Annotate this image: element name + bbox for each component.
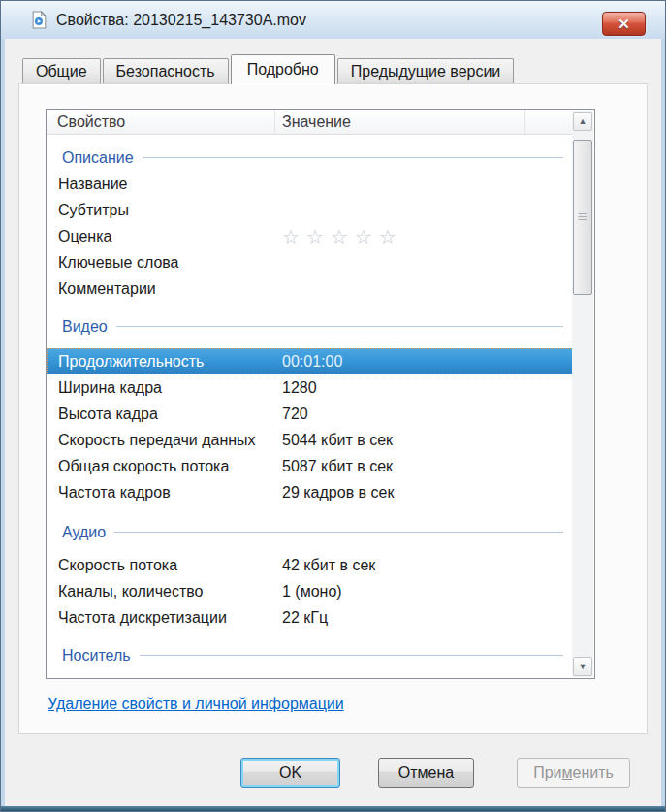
dialog-body: Общие Безопасность Подробно Предыдущие в… bbox=[5, 39, 661, 806]
details-panel: Свойство Значение Описание Название Субт… bbox=[18, 83, 648, 734]
tab-bar: Общие Безопасность Подробно Предыдущие в… bbox=[22, 54, 516, 83]
properties-list: Свойство Значение Описание Название Субт… bbox=[46, 109, 595, 679]
scroll-thumb-grip bbox=[579, 213, 587, 221]
scroll-down-button[interactable]: ▼ bbox=[573, 657, 592, 676]
cancel-button[interactable]: Отмена bbox=[378, 758, 474, 788]
row-frame-height[interactable]: Высота кадра 720 bbox=[47, 401, 573, 427]
section-divider bbox=[140, 655, 563, 656]
window-title: Свойства: 20130215_143730A.mov bbox=[56, 12, 306, 29]
row-frame-rate[interactable]: Частота кадров 29 кадров в сек bbox=[47, 479, 573, 505]
row-sample-rate[interactable]: Частота дискретизации 22 кГц bbox=[47, 604, 573, 631]
star-icon[interactable]: ☆ bbox=[331, 227, 348, 246]
tab-general[interactable]: Общие bbox=[22, 58, 101, 83]
column-header-value[interactable]: Значение bbox=[275, 110, 525, 134]
section-divider bbox=[116, 326, 563, 327]
row-total-bitrate[interactable]: Общая скорость потока 5087 кбит в сек bbox=[47, 453, 573, 479]
column-header-property[interactable]: Свойство bbox=[47, 110, 275, 134]
row-audio-bitrate[interactable]: Скорость потока 42 кбит в сек bbox=[47, 552, 573, 578]
star-icon[interactable]: ☆ bbox=[306, 227, 324, 246]
star-icon[interactable]: ☆ bbox=[379, 227, 396, 246]
row-duration[interactable]: Продолжительность 00:01:00 bbox=[47, 348, 573, 374]
file-icon bbox=[30, 11, 48, 29]
column-header-filler bbox=[525, 110, 573, 134]
scroll-up-icon: ▲ bbox=[579, 117, 587, 126]
section-divider bbox=[143, 157, 563, 158]
remove-properties-link[interactable]: Удаление свойств и личной информации bbox=[48, 696, 344, 713]
titlebar[interactable]: Свойства: 20130215_143730A.mov ✕ bbox=[1, 1, 665, 39]
row-keywords[interactable]: Ключевые слова bbox=[47, 249, 573, 276]
row-rating[interactable]: Оценка ☆ ☆ ☆ ☆ ☆ bbox=[47, 223, 573, 249]
apply-button[interactable]: Применить bbox=[517, 758, 630, 788]
properties-dialog: Свойства: 20130215_143730A.mov ✕ Общие Б… bbox=[0, 0, 666, 812]
scroll-up-button[interactable]: ▲ bbox=[573, 112, 592, 131]
section-header-media: Носитель bbox=[47, 642, 573, 668]
tab-previous-versions[interactable]: Предыдущие версии bbox=[337, 58, 515, 83]
section-header-description: Описание bbox=[47, 145, 573, 171]
ok-button[interactable]: OK bbox=[240, 758, 340, 788]
row-frame-width[interactable]: Ширина кадра 1280 bbox=[47, 374, 573, 401]
section-header-video: Видео bbox=[47, 313, 573, 340]
scroll-thumb[interactable] bbox=[573, 140, 592, 295]
row-subtitles[interactable]: Субтитры bbox=[47, 197, 573, 223]
row-data-rate[interactable]: Скорость передачи данных 5044 кбит в сек bbox=[47, 427, 573, 453]
row-title[interactable]: Название bbox=[47, 171, 573, 197]
window-bottom-border bbox=[1, 806, 665, 811]
section-divider bbox=[114, 532, 563, 533]
tab-security[interactable]: Безопасность bbox=[103, 58, 229, 83]
section-header-audio: Аудио bbox=[47, 519, 573, 545]
row-channels[interactable]: Каналы, количество 1 (моно) bbox=[47, 578, 573, 604]
rating-stars: ☆ ☆ ☆ ☆ ☆ bbox=[275, 227, 573, 246]
list-header: Свойство Значение bbox=[47, 110, 573, 135]
scroll-down-icon: ▼ bbox=[579, 663, 587, 671]
vertical-scrollbar[interactable]: ▲ ▼ bbox=[572, 111, 593, 677]
tab-details[interactable]: Подробно bbox=[231, 54, 335, 84]
close-icon: ✕ bbox=[618, 16, 630, 31]
list-content: Описание Название Субтитры Оценка bbox=[47, 145, 573, 668]
close-button[interactable]: ✕ bbox=[602, 12, 646, 36]
star-icon[interactable]: ☆ bbox=[282, 227, 300, 246]
star-icon[interactable]: ☆ bbox=[355, 227, 372, 246]
row-comments[interactable]: Комментарии bbox=[47, 276, 573, 302]
